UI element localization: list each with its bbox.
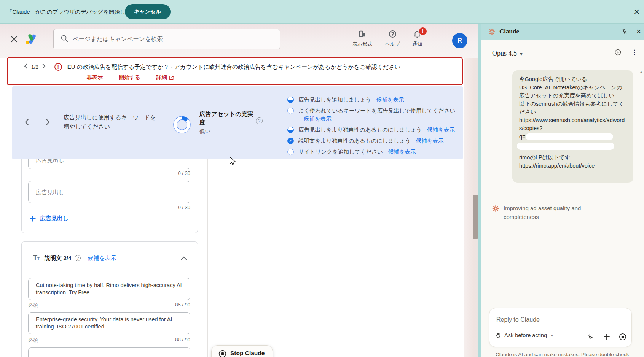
permission-mode-selector[interactable]: Ask before acting ▼ <box>495 332 554 338</box>
character-counter: 88 / 90 <box>175 337 190 344</box>
checked-icon: ✓ <box>287 138 294 144</box>
alert-pagination: 1/2 <box>31 64 38 70</box>
headline-input-2[interactable] <box>28 181 190 203</box>
descriptions-card: TT 説明文 2/4 ? 候補を表示 Cut note-taking time … <box>21 241 198 357</box>
description-input-2[interactable]: Enterprise-grade security. Your data is … <box>28 312 190 334</box>
show-suggestions-link[interactable]: 候補を表示 <box>376 97 404 103</box>
assistant-status: Improving ad asset quality and completen… <box>492 204 618 221</box>
reply-input[interactable]: Reply to Claude <box>496 316 540 323</box>
stop-claude-button[interactable]: Stop Claude <box>211 345 273 357</box>
help-label: ヘルプ <box>385 41 400 48</box>
suggestion-text: 説明文をより独自性のあるものにしましょう <box>298 138 411 144</box>
half-complete-icon <box>287 97 294 103</box>
descriptions-suggestions-link[interactable]: 候補を表示 <box>88 255 116 262</box>
descriptions-header: TT 説明文 2/4 ? 候補を表示 <box>33 253 187 263</box>
attach-plus-icon[interactable] <box>602 332 611 341</box>
ad-strength-help-icon[interactable]: ? <box>256 117 263 124</box>
suggestion-item: ✓ 説明文をより独自性のあるものにしましょう候補を表示 <box>287 137 462 145</box>
stop-icon <box>218 350 226 357</box>
show-suggestions-link[interactable]: 候補を表示 <box>427 127 455 133</box>
appearance-button[interactable]: 表示形式 <box>346 29 378 48</box>
permission-mode-label: Ask before acting <box>504 332 547 338</box>
notifications-label: 通知 <box>412 41 422 48</box>
scrollbar-thumb[interactable] <box>473 195 478 239</box>
claude-logo-icon <box>488 28 496 35</box>
cancel-debug-button[interactable]: キャンセル <box>125 4 171 19</box>
character-counter: 85 / 90 <box>175 302 190 309</box>
hide-button[interactable]: 非表示 <box>87 74 103 81</box>
add-headline-button[interactable]: 広告見出し <box>29 215 69 222</box>
character-counter: 0 / 30 <box>178 205 190 210</box>
chevron-down-icon: ▼ <box>550 333 554 338</box>
cursor-action-icon[interactable] <box>585 332 595 341</box>
hand-icon <box>495 332 501 338</box>
debug-bar: 「Claude」がこのブラウザのデバッグを開始しました キャンセル ✕ <box>0 0 644 24</box>
chevron-left-icon[interactable] <box>21 63 30 70</box>
carousel-next-icon[interactable] <box>46 118 55 127</box>
content-divider <box>207 159 208 357</box>
text-format-icon: TT <box>33 254 39 262</box>
help-icon <box>388 29 397 39</box>
notification-badge: ! <box>419 27 427 35</box>
appearance-label: 表示形式 <box>352 41 372 48</box>
suggestion-item: 広告見出しをより独自性のあるものにしましょう候補を表示 <box>287 126 462 134</box>
alert-icon: ! <box>54 63 62 71</box>
chevron-down-icon: ▼ <box>519 52 523 56</box>
show-suggestions-link[interactable]: 候補を表示 <box>304 116 332 122</box>
unpin-icon[interactable] <box>619 26 630 37</box>
ad-strength-title: 広告アセットの充実度 <box>199 110 257 127</box>
alert-message: EU の政治広告を配信する予定ですか？ - アカウントに欧州連合の政治広告を含む… <box>67 63 400 71</box>
ai-disclaimer: Claude is AI and can make mistakes. Plea… <box>496 352 633 357</box>
suggestion-text: よく使われているキーワードを広告見出しで使用してください <box>298 108 455 114</box>
character-counter: 0 / 30 <box>178 170 190 176</box>
model-selector[interactable]: Opus 4.5▼ <box>492 49 523 57</box>
suggestion-text: 広告見出しを追加しましょう <box>298 97 371 103</box>
avatar[interactable]: R <box>452 33 467 48</box>
required-label: 必須 <box>28 302 38 309</box>
counter-row: 必須 85 / 90 <box>28 302 190 309</box>
search-icon <box>61 35 68 44</box>
suggestion-item: サイトリンクを追加してください候補を表示 <box>287 148 462 156</box>
claude-sidebar-header: Claude ✕ <box>481 24 644 40</box>
suggestion-text: 広告見出しをより独自性のあるものにしましょう <box>298 127 422 133</box>
ad-strength-value: 低い <box>199 128 257 135</box>
description-input-3[interactable] <box>28 347 190 357</box>
redacted-text <box>526 133 613 140</box>
suggestion-item: よく使われているキーワードを広告見出しで使用してください候補を表示 <box>287 107 462 123</box>
user-message-text: rimoのLPは以下です https://rimo.app/en/about/v… <box>519 154 626 170</box>
screen: 「Claude」がこのブラウザのデバッグを開始しました キャンセル ✕ ページま… <box>0 0 644 357</box>
kebab-menu-icon[interactable]: ⋮ <box>630 48 639 57</box>
chevron-right-icon[interactable] <box>40 63 48 70</box>
model-name: Opus 4.5 <box>492 49 517 57</box>
google-ads-logo-icon[interactable] <box>25 33 38 46</box>
close-icon[interactable]: ✕ <box>632 7 642 17</box>
claude-sidebar: Claude ✕ Opus 4.5▼ ⋮ ▲ 今Google広告で開いている U… <box>481 24 644 357</box>
close-sidebar-icon[interactable]: ✕ <box>633 26 644 37</box>
show-suggestions-link[interactable]: 候補を表示 <box>416 138 444 144</box>
descriptions-help-icon[interactable]: ? <box>75 255 81 261</box>
record-stop-icon[interactable] <box>618 332 627 341</box>
new-chat-icon[interactable] <box>613 48 622 57</box>
descriptions-title: 説明文 2/4 <box>45 255 71 262</box>
reply-composer: Reply to Claude Ask before acting ▼ <box>489 308 632 347</box>
search-input[interactable]: ページまたはキャンペーンを検索 <box>53 29 280 49</box>
incomplete-icon <box>287 149 294 155</box>
plus-icon <box>29 215 36 222</box>
appearance-icon <box>358 29 367 39</box>
headlines-card: 0 / 30 0 / 30 広告見出し <box>21 149 198 233</box>
model-row: Opus 4.5▼ ⋮ <box>481 46 644 62</box>
carousel-prev-icon[interactable] <box>24 118 33 127</box>
user-message-text: 今Google広告で開いている US_Core_AI_Notetakerのキャン… <box>519 76 625 140</box>
chat-scroll-up-icon[interactable]: ▲ <box>639 70 643 74</box>
details-label: 詳細 <box>156 74 167 81</box>
close-panel-icon[interactable] <box>8 33 20 45</box>
description-input-1[interactable]: Cut note-taking time by half. Rimo deliv… <box>28 278 190 300</box>
show-suggestions-link[interactable]: 候補を表示 <box>388 149 416 155</box>
eu-political-ads-alert: 1/2 ! EU の政治広告を配信する予定ですか？ - アカウントに欧州連合の政… <box>7 57 463 85</box>
notifications-button[interactable]: 通知 <box>401 29 433 48</box>
required-label: 必須 <box>28 337 38 344</box>
details-link[interactable]: 詳細 <box>156 74 174 81</box>
collapse-icon[interactable] <box>181 255 187 262</box>
start-button[interactable]: 開始する <box>119 74 140 81</box>
claude-title: Claude <box>499 28 519 35</box>
